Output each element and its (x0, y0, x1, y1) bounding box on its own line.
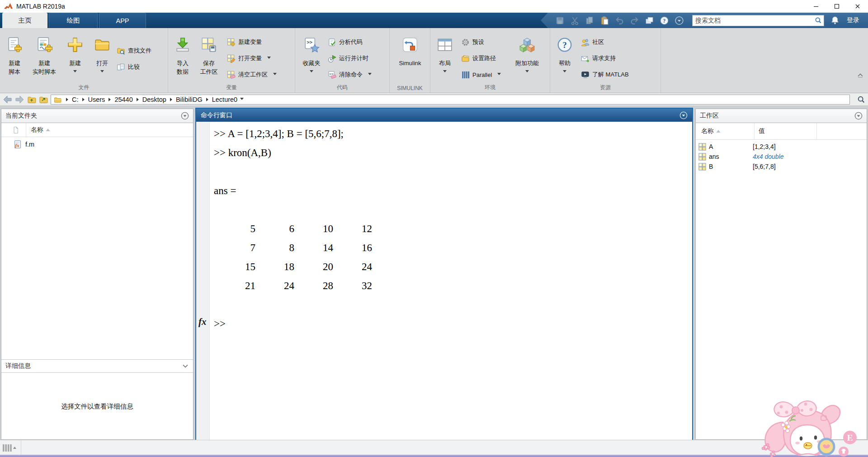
command-prompt[interactable]: >> (214, 314, 690, 333)
workspace-row-ans[interactable]: ans 4x4 double (696, 152, 867, 162)
breadcrumb-segment[interactable]: Desktop (142, 96, 166, 103)
workspace-name-column[interactable]: 名称 (696, 123, 755, 139)
open-button[interactable]: 打开 (90, 36, 114, 74)
redo-icon[interactable] (630, 16, 639, 25)
preferences-button[interactable]: 预设 (461, 36, 501, 48)
chevron-down-icon (443, 70, 447, 74)
save-icon[interactable] (555, 16, 565, 25)
help-icon: ? (557, 36, 573, 53)
matrix-row: 15 18 20 24 (214, 257, 690, 276)
doc-search-box[interactable] (692, 15, 824, 26)
undo-icon[interactable] (615, 16, 624, 25)
minimize-button[interactable] (806, 0, 826, 13)
chevron-down-icon (100, 70, 104, 74)
back-arrow-icon[interactable] (3, 95, 13, 104)
up-one-level-icon[interactable] (27, 95, 36, 104)
close-icon (855, 4, 860, 9)
details-header[interactable]: 详细信息 (1, 359, 193, 373)
breadcrumb-segment[interactable]: Users (88, 96, 105, 103)
workspace-value-column[interactable]: 值 (755, 123, 817, 139)
save-workspace-icon (201, 36, 217, 53)
svg-text:?: ? (562, 40, 567, 50)
compare-button[interactable]: 比较 (117, 61, 151, 73)
panel-menu-icon[interactable] (679, 111, 688, 119)
set-path-button[interactable]: 设置路径 (461, 52, 501, 64)
details-title: 详细信息 (5, 362, 31, 370)
notifications-bell-icon[interactable] (830, 16, 840, 25)
new-live-script-button[interactable]: 新建 实时脚本 (28, 36, 61, 76)
folder-search-icon[interactable] (857, 95, 865, 104)
favorites-button[interactable]: >> 收藏夹 (298, 36, 325, 74)
close-button[interactable] (847, 0, 868, 13)
analyze-code-button[interactable]: 分析代码 (328, 36, 372, 48)
community-button[interactable]: 社区 (581, 36, 629, 48)
ribbon-tab-bar: 主页 绘图 APP ? 登录 (0, 13, 868, 28)
workspace-row-B[interactable]: B [5,6;7,8] (696, 162, 867, 171)
panel-menu-icon[interactable] (181, 112, 189, 120)
layout-button[interactable]: 布局 (433, 36, 457, 74)
addons-button[interactable]: 附加功能 (510, 36, 544, 74)
current-folder-column-header[interactable]: 名称 (1, 123, 193, 137)
matrix-cell: 16 (333, 238, 372, 257)
toolbar-dropdown-icon[interactable] (675, 16, 684, 25)
chevron-down-icon (563, 70, 566, 74)
help-button[interactable]: ? 帮助 (553, 36, 576, 74)
run-and-time-button[interactable]: 运行并计时 (328, 52, 372, 64)
browse-folder-icon[interactable] (39, 95, 48, 104)
open-variable-button[interactable]: 打开变量 (227, 52, 277, 64)
workspace-column-header[interactable]: 名称 值 (696, 123, 867, 140)
copy-icon[interactable] (585, 16, 594, 25)
tab-home[interactable]: 主页 (2, 13, 47, 28)
breadcrumb-segment[interactable]: BilibiliDG (176, 96, 203, 103)
sign-in-link[interactable]: 登录 (847, 16, 859, 24)
panel-menu-icon[interactable] (854, 112, 863, 120)
find-files-button[interactable]: 查找文件 (117, 45, 151, 57)
request-support-button[interactable]: 请求支持 (581, 52, 629, 64)
save-workspace-button[interactable]: 保存 工作区 (195, 36, 222, 76)
learn-matlab-button[interactable]: 了解 MATLAB (581, 69, 629, 81)
clear-workspace-button[interactable]: 清空工作区 (227, 69, 277, 81)
variable-value: 4x4 double (753, 153, 784, 160)
breadcrumb-segment[interactable]: Lecture0 (212, 96, 237, 103)
file-row-fm[interactable]: fx f.m (1, 138, 193, 150)
clear-commands-button[interactable]: >> 清除命令 (328, 69, 372, 81)
forward-arrow-icon[interactable] (14, 95, 24, 104)
command-line: >> A = [1,2;3,4]; B = [5,6;7,8]; (214, 124, 690, 143)
doc-search-input[interactable] (693, 17, 815, 24)
parallel-button[interactable]: Parallel (461, 69, 501, 81)
tab-apps[interactable]: APP (99, 13, 146, 28)
command-window-body[interactable]: fx >> A = [1,2;3,4]; B = [5,6;7,8]; >> k… (196, 122, 692, 440)
cut-icon[interactable] (570, 16, 580, 25)
breadcrumb-segment[interactable]: C: (72, 96, 79, 103)
matrix-cell: 6 (255, 219, 294, 238)
learn-matlab-label: 了解 MATLAB (592, 71, 629, 79)
workspace-row-A[interactable]: A [1,2;3,4] (696, 142, 867, 152)
run-and-time-label: 运行并计时 (339, 54, 368, 62)
matlab-logo-icon (4, 2, 13, 11)
status-grip-icon[interactable] (2, 444, 18, 452)
popout-icon[interactable] (645, 16, 654, 25)
ans-label: ans = (214, 181, 690, 200)
ribbon: 新建 脚本 新建 实时脚本 新建 打开 查找文件 比较 (0, 28, 868, 93)
simulink-button[interactable]: Simulink (392, 36, 428, 67)
search-icon[interactable] (815, 17, 822, 24)
name-column-label[interactable]: 名称 (31, 126, 43, 134)
new-variable-button[interactable]: 新建变量 (227, 36, 277, 48)
layout-label: 布局 (439, 59, 451, 67)
help-circle-icon[interactable]: ? (660, 16, 669, 25)
m-file-icon: fx (13, 140, 22, 149)
breadcrumb-segment[interactable]: 25440 (114, 96, 132, 103)
import-data-label-1: 导入 (177, 59, 189, 67)
request-support-icon (581, 54, 590, 63)
import-data-button[interactable]: 导入 数据 (171, 36, 194, 76)
breadcrumb[interactable]: C: Users 25440 Desktop BilibiliDG Lectur… (51, 95, 850, 105)
tab-plots[interactable]: 绘图 (49, 13, 98, 28)
new-script-button[interactable]: 新建 脚本 (3, 36, 26, 76)
matrix-cell: 21 (214, 276, 255, 295)
new-button[interactable]: 新建 (63, 36, 87, 74)
paste-icon[interactable] (600, 16, 609, 25)
minimize-ribbon-icon[interactable] (856, 71, 864, 79)
maximize-button[interactable] (826, 0, 847, 13)
breadcrumb-dropdown-icon[interactable] (240, 98, 244, 102)
command-window-header[interactable]: 命令行窗口 (196, 109, 692, 122)
